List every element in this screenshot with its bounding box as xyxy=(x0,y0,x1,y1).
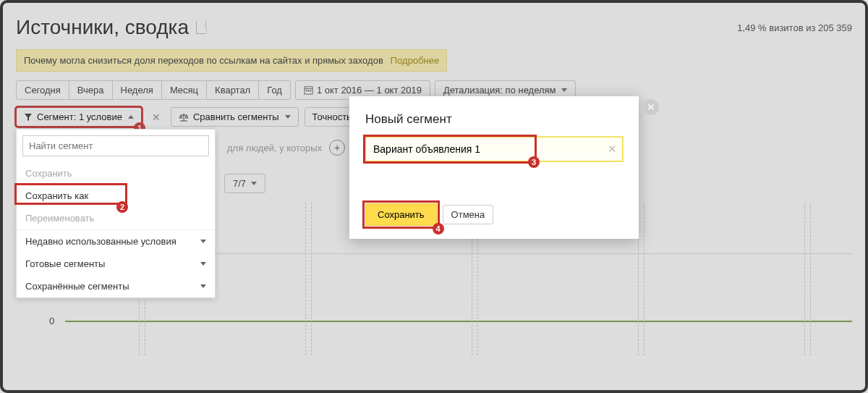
highlight-box-4 xyxy=(362,200,440,229)
prompt-prefix: для людей, у которых xyxy=(227,143,322,153)
segment-button-wrap: Сегмент: 1 условие 1 xyxy=(16,107,142,127)
segment-name-input[interactable] xyxy=(365,137,623,161)
segment-search-input[interactable] xyxy=(22,135,209,156)
svg-rect-3 xyxy=(307,90,309,92)
page-title: Источники, сводка xyxy=(16,16,189,39)
modal-close-button[interactable]: ✕ xyxy=(643,99,659,115)
add-condition-button[interactable]: + xyxy=(329,140,345,156)
menu-rename[interactable]: Переименовать xyxy=(17,207,215,229)
detail-text: Детализация: по неделям xyxy=(443,85,556,96)
menu-recent-label: Недавно использованные условия xyxy=(25,236,176,247)
scales-icon xyxy=(179,113,189,122)
chevron-down-icon xyxy=(200,262,206,266)
menu-ready[interactable]: Готовые сегменты xyxy=(17,253,215,275)
segment-dropdown: Сохранить Сохранить как 2 Переименовать … xyxy=(16,129,216,298)
period-buttons: Сегодня Вчера Неделя Месяц Квартал Год xyxy=(16,80,291,100)
period-yesterday[interactable]: Вчера xyxy=(69,80,113,100)
period-quarter[interactable]: Квартал xyxy=(206,80,259,100)
menu-saved-label: Сохранённые сегменты xyxy=(25,281,129,292)
chevron-up-icon xyxy=(128,115,134,119)
period-year[interactable]: Год xyxy=(258,80,291,100)
chart-zero-label: 0 xyxy=(49,316,54,326)
chart-vgrid xyxy=(305,203,306,355)
count-selector-wrap: 7/7 xyxy=(224,174,265,193)
chevron-down-icon xyxy=(200,284,206,288)
count-value: 7/7 xyxy=(233,178,246,189)
period-month[interactable]: Месяц xyxy=(161,80,207,100)
segment-button[interactable]: Сегмент: 1 условие xyxy=(16,107,142,127)
compare-label: Сравнить сегменты xyxy=(193,111,279,122)
header-row: Источники, сводка 1,49 % визитов из 205 … xyxy=(16,16,852,39)
page-title-wrap: Источники, сводка xyxy=(16,16,206,39)
modal-title: Новый сегмент xyxy=(365,112,623,127)
menu-recent[interactable]: Недавно использованные условия xyxy=(17,230,215,253)
marker-2: 2 xyxy=(116,201,128,213)
date-range-text: 1 окт 2016 — 1 окт 2019 xyxy=(317,85,422,96)
input-clear-icon[interactable]: ✕ xyxy=(608,143,617,156)
chart-vgrid xyxy=(644,203,644,355)
menu-ready-label: Готовые сегменты xyxy=(25,258,105,269)
modal-cancel-button[interactable]: Отмена xyxy=(443,205,494,224)
chart-vgrid xyxy=(804,203,805,355)
menu-save[interactable]: Сохранить xyxy=(17,162,215,185)
period-week[interactable]: Неделя xyxy=(112,80,162,100)
compare-segments-button[interactable]: Сравнить сегменты xyxy=(171,107,299,127)
svg-rect-4 xyxy=(310,90,311,92)
segment-search-wrap xyxy=(17,130,215,162)
chevron-down-icon xyxy=(200,240,206,243)
segment-label: Сегмент: 1 условие xyxy=(37,111,122,122)
marker-4: 4 xyxy=(433,223,444,234)
filter-icon xyxy=(24,113,33,122)
chevron-down-icon xyxy=(251,182,257,185)
chevron-down-icon xyxy=(285,115,291,119)
visits-stat: 1,49 % визитов из 205 359 xyxy=(737,22,852,33)
modal-input-wrap: ✕ 3 xyxy=(365,137,623,161)
calendar-icon xyxy=(304,85,313,95)
svg-rect-2 xyxy=(306,90,307,92)
menu-save-as[interactable]: Сохранить как 2 xyxy=(17,185,215,207)
notice-banner: Почему могла снизиться доля переходов по… xyxy=(16,49,447,72)
notice-text: Почему могла снизиться доля переходов по… xyxy=(24,55,383,66)
bookmark-icon[interactable] xyxy=(196,21,206,34)
chevron-down-icon xyxy=(561,88,567,92)
chart-vgrid xyxy=(810,203,811,355)
new-segment-modal: ✕ Новый сегмент ✕ 3 Сохранить 4 Отмена xyxy=(349,96,639,239)
period-today[interactable]: Сегодня xyxy=(16,80,69,100)
notice-more-link[interactable]: Подробнее xyxy=(391,55,439,66)
chart-vgrid xyxy=(311,203,312,355)
menu-save-as-label: Сохранить как xyxy=(25,190,88,201)
clear-segment-icon[interactable]: ✕ xyxy=(148,109,165,125)
menu-saved[interactable]: Сохранённые сегменты xyxy=(17,275,215,297)
count-selector[interactable]: 7/7 xyxy=(224,174,265,193)
save-button-wrap: Сохранить 4 xyxy=(365,203,437,226)
chart-line xyxy=(65,321,852,322)
marker-3: 3 xyxy=(528,156,540,168)
modal-actions: Сохранить 4 Отмена xyxy=(365,203,623,226)
